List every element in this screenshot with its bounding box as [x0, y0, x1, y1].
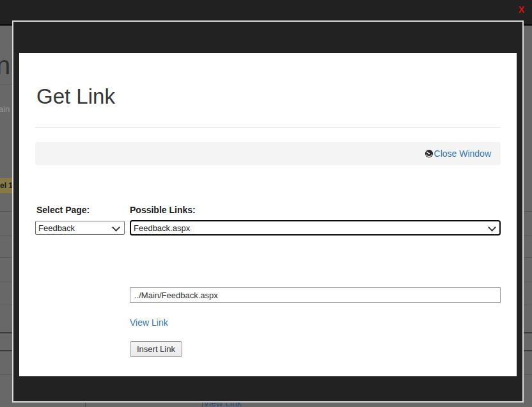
- modal-content-panel: Get Link Close Window Select Page: Possi…: [19, 53, 517, 376]
- get-link-modal: Get Link Close Window Select Page: Possi…: [12, 20, 524, 403]
- select-page-dropdown[interactable]: Feedback: [35, 221, 125, 235]
- insert-link-button[interactable]: Insert Link: [130, 341, 182, 357]
- title-divider: [35, 127, 501, 128]
- possible-links-label: Possible Links:: [130, 205, 196, 215]
- gauge-icon: [425, 149, 434, 158]
- close-window-link[interactable]: Close Window: [425, 148, 491, 159]
- close-window-label: Close Window: [434, 148, 491, 159]
- dialog-title: Get Link: [36, 84, 115, 109]
- bg-divider: [0, 84, 12, 84]
- possible-links-dropdown[interactable]: Feedback.aspx: [130, 220, 501, 235]
- bg-table-column-border: [202, 403, 203, 407]
- dialog-toolbar: Close Window: [35, 142, 501, 165]
- possible-links-dropdown-wrap: Feedback.aspx: [130, 220, 501, 235]
- bg-highlighted-table-header: el 1: [0, 178, 12, 193]
- link-url-input[interactable]: [130, 287, 501, 303]
- view-link[interactable]: View Link: [130, 317, 168, 328]
- bg-table-column-border: [85, 403, 86, 407]
- bg-breadcrumb-fragment: ain: [0, 104, 10, 114]
- select-page-dropdown-wrap: Feedback: [35, 221, 125, 235]
- close-x-button[interactable]: X: [519, 4, 524, 15]
- select-page-label: Select Page:: [36, 205, 90, 215]
